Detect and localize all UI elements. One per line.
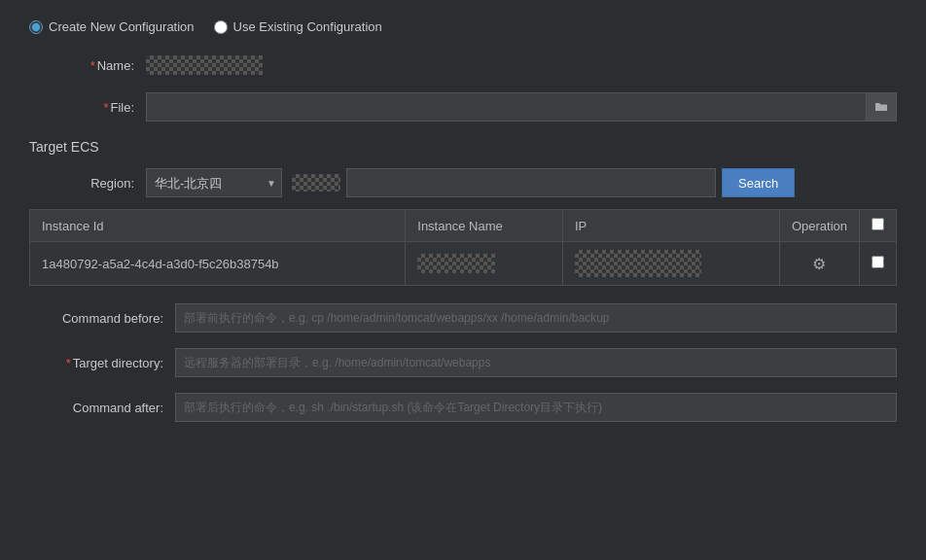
bottom-section: Command before: Target directory: Comman… [29, 303, 897, 422]
target-ecs-title: Target ECS [29, 139, 897, 155]
file-row: File: [29, 92, 897, 122]
command-before-input[interactable] [175, 303, 897, 332]
instance-table: Instance Id Instance Name IP Operation 1… [29, 209, 897, 286]
col-instance-id: Instance Id [30, 210, 406, 242]
file-browse-button[interactable] [866, 92, 897, 122]
select-all-checkbox[interactable] [872, 218, 884, 230]
table-row: 1a480792-a5a2-4c4d-a3d0-f5c26b38754b ⚙ [30, 242, 897, 286]
use-existing-label: Use Existing Configuration [233, 19, 382, 34]
search-input[interactable] [346, 168, 716, 197]
region-select[interactable]: 华北-北京四 华东-上海一 华南-广州 [146, 168, 282, 197]
name-row: Name: [29, 55, 897, 75]
gear-icon[interactable]: ⚙ [810, 255, 828, 272]
folder-icon [874, 100, 888, 114]
row-checkbox[interactable] [872, 256, 884, 268]
file-input[interactable] [146, 92, 866, 122]
target-dir-row: Target directory: [29, 348, 897, 377]
col-ip: IP [562, 210, 779, 242]
file-input-wrapper [146, 92, 897, 122]
target-dir-label: Target directory: [29, 356, 175, 370]
config-radio-group: Create New Configuration Use Existing Co… [29, 19, 897, 34]
create-new-radio[interactable] [29, 20, 43, 34]
name-value-redacted [146, 55, 263, 75]
instance-operation-cell: ⚙ [779, 242, 859, 286]
command-before-label: Command before: [29, 311, 175, 326]
search-value-redacted [292, 174, 340, 192]
command-before-row: Command before: [29, 303, 897, 332]
instance-checkbox-cell[interactable] [860, 242, 897, 286]
col-operation: Operation [779, 210, 859, 242]
instance-id-cell: 1a480792-a5a2-4c4d-a3d0-f5c26b38754b [30, 242, 406, 286]
file-label: File: [29, 100, 146, 115]
instance-ip-redacted [575, 250, 701, 277]
create-new-label: Create New Configuration [49, 19, 195, 34]
command-after-label: Command after: [29, 401, 175, 415]
search-button[interactable]: Search [722, 168, 795, 197]
region-select-wrapper: 华北-北京四 华东-上海一 华南-广州 [146, 168, 282, 197]
instance-ip-cell [562, 242, 779, 286]
name-label: Name: [29, 58, 146, 73]
region-row: Region: 华北-北京四 华东-上海一 华南-广州 Search [29, 168, 897, 197]
instance-name-cell [406, 242, 563, 286]
command-after-input[interactable] [175, 393, 897, 422]
table-header-row: Instance Id Instance Name IP Operation [30, 210, 897, 242]
col-instance-name: Instance Name [406, 210, 563, 242]
use-existing-option[interactable]: Use Existing Configuration [214, 19, 382, 34]
instance-name-redacted [417, 254, 495, 273]
use-existing-radio[interactable] [214, 20, 228, 34]
create-new-option[interactable]: Create New Configuration [29, 19, 195, 34]
command-after-row: Command after: [29, 393, 897, 422]
col-checkbox-header[interactable] [860, 210, 897, 242]
region-label: Region: [29, 176, 146, 191]
target-dir-input[interactable] [175, 348, 897, 377]
